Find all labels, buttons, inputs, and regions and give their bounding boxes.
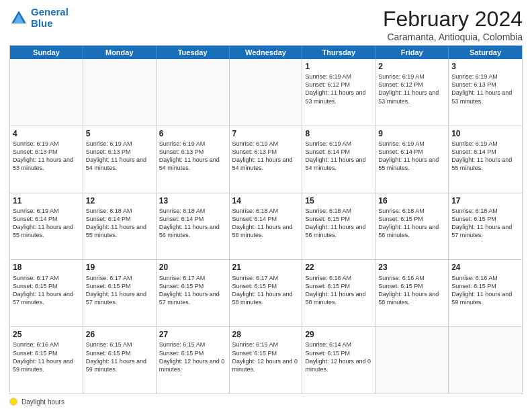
calendar-cell-empty-0-0 [10, 59, 83, 126]
day-number: 2 [378, 61, 445, 72]
day-number: 5 [86, 128, 153, 139]
calendar-cell-9: 9Sunrise: 6:19 AM Sunset: 6:14 PM Daylig… [375, 126, 449, 193]
calendar-cell-4: 4Sunrise: 6:19 AM Sunset: 6:13 PM Daylig… [10, 126, 83, 193]
cell-info: Sunrise: 6:19 AM Sunset: 6:14 PM Dayligh… [13, 207, 80, 240]
calendar-row-0: 1Sunrise: 6:19 AM Sunset: 6:12 PM Daylig… [10, 59, 522, 126]
cell-info: Sunrise: 6:18 AM Sunset: 6:15 PM Dayligh… [451, 207, 519, 240]
legend-label: Daylight hours [21, 398, 64, 406]
logo-icon [9, 9, 28, 28]
calendar-row-2: 11Sunrise: 6:19 AM Sunset: 6:14 PM Dayli… [10, 193, 522, 261]
header-cell-sunday: Sunday [10, 46, 83, 59]
cell-info: Sunrise: 6:17 AM Sunset: 6:15 PM Dayligh… [86, 274, 153, 307]
cell-info: Sunrise: 6:18 AM Sunset: 6:15 PM Dayligh… [378, 207, 445, 240]
calendar-cell-26: 26Sunrise: 6:15 AM Sunset: 6:15 PM Dayli… [83, 327, 157, 394]
day-number: 9 [378, 128, 445, 139]
cell-info: Sunrise: 6:18 AM Sunset: 6:14 PM Dayligh… [232, 207, 300, 240]
day-number: 27 [159, 329, 226, 340]
cell-info: Sunrise: 6:17 AM Sunset: 6:15 PM Dayligh… [232, 274, 300, 307]
calendar-cell-14: 14Sunrise: 6:18 AM Sunset: 6:14 PM Dayli… [230, 193, 303, 260]
day-number: 15 [305, 195, 372, 206]
calendar-cell-empty-0-2 [157, 59, 230, 126]
calendar-cell-13: 13Sunrise: 6:18 AM Sunset: 6:14 PM Dayli… [157, 193, 230, 260]
cell-info: Sunrise: 6:16 AM Sunset: 6:15 PM Dayligh… [451, 274, 519, 307]
legend: Daylight hours [9, 396, 523, 406]
calendar-cell-empty-4-6 [449, 327, 522, 394]
cell-info: Sunrise: 6:19 AM Sunset: 6:12 PM Dayligh… [305, 73, 372, 105]
cell-info: Sunrise: 6:19 AM Sunset: 6:13 PM Dayligh… [86, 140, 153, 173]
cell-info: Sunrise: 6:19 AM Sunset: 6:14 PM Dayligh… [378, 140, 445, 173]
cell-info: Sunrise: 6:17 AM Sunset: 6:15 PM Dayligh… [159, 274, 226, 307]
calendar-cell-22: 22Sunrise: 6:16 AM Sunset: 6:15 PM Dayli… [302, 260, 375, 326]
calendar-cell-29: 29Sunrise: 6:14 AM Sunset: 6:15 PM Dayli… [302, 327, 375, 394]
cell-info: Sunrise: 6:19 AM Sunset: 6:13 PM Dayligh… [451, 73, 519, 105]
calendar-cell-3: 3Sunrise: 6:19 AM Sunset: 6:13 PM Daylig… [449, 59, 522, 126]
cell-info: Sunrise: 6:19 AM Sunset: 6:14 PM Dayligh… [451, 140, 519, 173]
day-number: 12 [86, 195, 153, 206]
page-title: February 2024 [383, 7, 523, 32]
calendar-cell-15: 15Sunrise: 6:18 AM Sunset: 6:15 PM Dayli… [302, 193, 375, 260]
cell-info: Sunrise: 6:16 AM Sunset: 6:15 PM Dayligh… [378, 274, 445, 307]
cell-info: Sunrise: 6:15 AM Sunset: 6:15 PM Dayligh… [159, 340, 226, 373]
header-cell-wednesday: Wednesday [230, 46, 303, 59]
header-cell-thursday: Thursday [302, 46, 375, 59]
day-number: 6 [159, 128, 226, 139]
day-number: 18 [13, 262, 80, 273]
day-number: 11 [13, 195, 80, 206]
calendar-cell-19: 19Sunrise: 6:17 AM Sunset: 6:15 PM Dayli… [83, 260, 157, 326]
day-number: 29 [305, 329, 372, 340]
day-number: 8 [305, 128, 372, 139]
page: General Blue February 2024 Caramanta, An… [0, 0, 532, 411]
day-number: 19 [86, 262, 153, 273]
cell-info: Sunrise: 6:15 AM Sunset: 6:15 PM Dayligh… [86, 340, 153, 373]
calendar-cell-23: 23Sunrise: 6:16 AM Sunset: 6:15 PM Dayli… [375, 260, 449, 326]
day-number: 3 [451, 61, 519, 72]
day-number: 10 [451, 128, 519, 139]
page-subtitle: Caramanta, Antioquia, Colombia [383, 32, 523, 42]
cell-info: Sunrise: 6:15 AM Sunset: 6:15 PM Dayligh… [232, 340, 300, 373]
cell-info: Sunrise: 6:16 AM Sunset: 6:15 PM Dayligh… [305, 274, 372, 307]
cell-info: Sunrise: 6:18 AM Sunset: 6:14 PM Dayligh… [86, 207, 153, 240]
cell-info: Sunrise: 6:18 AM Sunset: 6:15 PM Dayligh… [305, 207, 372, 240]
day-number: 23 [378, 262, 445, 273]
calendar-cell-28: 28Sunrise: 6:15 AM Sunset: 6:15 PM Dayli… [230, 327, 303, 394]
calendar-cell-17: 17Sunrise: 6:18 AM Sunset: 6:15 PM Dayli… [449, 193, 522, 260]
calendar-header: SundayMondayTuesdayWednesdayThursdayFrid… [10, 46, 522, 59]
legend-sun-icon [9, 398, 17, 406]
logo: General Blue [9, 7, 69, 29]
day-number: 22 [305, 262, 372, 273]
cell-info: Sunrise: 6:17 AM Sunset: 6:15 PM Dayligh… [13, 274, 80, 307]
day-number: 17 [451, 195, 519, 206]
calendar-cell-18: 18Sunrise: 6:17 AM Sunset: 6:15 PM Dayli… [10, 260, 83, 326]
day-number: 13 [159, 195, 226, 206]
calendar-cell-7: 7Sunrise: 6:19 AM Sunset: 6:13 PM Daylig… [230, 126, 303, 193]
header-cell-monday: Monday [83, 46, 157, 59]
calendar-cell-1: 1Sunrise: 6:19 AM Sunset: 6:12 PM Daylig… [302, 59, 375, 126]
day-number: 28 [232, 329, 300, 340]
calendar-cell-2: 2Sunrise: 6:19 AM Sunset: 6:12 PM Daylig… [375, 59, 449, 126]
calendar-body: 1Sunrise: 6:19 AM Sunset: 6:12 PM Daylig… [10, 59, 522, 394]
calendar-cell-empty-0-3 [230, 59, 303, 126]
day-number: 4 [13, 128, 80, 139]
calendar-row-4: 25Sunrise: 6:16 AM Sunset: 6:15 PM Dayli… [10, 327, 522, 394]
calendar-cell-8: 8Sunrise: 6:19 AM Sunset: 6:14 PM Daylig… [302, 126, 375, 193]
calendar-cell-6: 6Sunrise: 6:19 AM Sunset: 6:13 PM Daylig… [157, 126, 230, 193]
calendar-row-3: 18Sunrise: 6:17 AM Sunset: 6:15 PM Dayli… [10, 260, 522, 327]
day-number: 26 [86, 329, 153, 340]
day-number: 1 [305, 61, 372, 72]
logo-text: General Blue [31, 7, 69, 29]
day-number: 7 [232, 128, 300, 139]
day-number: 25 [13, 329, 80, 340]
day-number: 24 [451, 262, 519, 273]
calendar-cell-21: 21Sunrise: 6:17 AM Sunset: 6:15 PM Dayli… [230, 260, 303, 326]
cell-info: Sunrise: 6:19 AM Sunset: 6:13 PM Dayligh… [159, 140, 226, 173]
day-number: 20 [159, 262, 226, 273]
cell-info: Sunrise: 6:19 AM Sunset: 6:13 PM Dayligh… [232, 140, 300, 173]
top-section: General Blue February 2024 Caramanta, An… [9, 7, 523, 42]
header-cell-tuesday: Tuesday [157, 46, 230, 59]
calendar-cell-27: 27Sunrise: 6:15 AM Sunset: 6:15 PM Dayli… [157, 327, 230, 394]
calendar-cell-11: 11Sunrise: 6:19 AM Sunset: 6:14 PM Dayli… [10, 193, 83, 260]
cell-info: Sunrise: 6:14 AM Sunset: 6:15 PM Dayligh… [305, 340, 372, 373]
cell-info: Sunrise: 6:19 AM Sunset: 6:13 PM Dayligh… [13, 140, 80, 173]
calendar-cell-25: 25Sunrise: 6:16 AM Sunset: 6:15 PM Dayli… [10, 327, 83, 394]
cell-info: Sunrise: 6:19 AM Sunset: 6:12 PM Dayligh… [378, 73, 445, 105]
